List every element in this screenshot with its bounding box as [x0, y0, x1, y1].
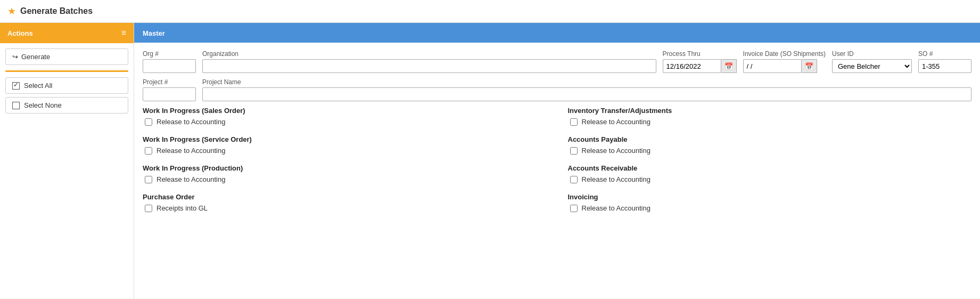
master-title: Master	[143, 29, 165, 37]
select-none-button[interactable]: Select None	[5, 97, 128, 114]
left-sections: Work In Progress (Sales Order) Release t…	[143, 107, 547, 222]
process-thru-date-wrap: 📅	[663, 59, 737, 73]
sections-grid: Work In Progress (Sales Order) Release t…	[143, 107, 971, 222]
wip-sales-release-label: Release to Accounting	[157, 118, 225, 126]
so-num-input[interactable]	[918, 59, 971, 73]
right-sections: Inventory Transfer/Adjustments Release t…	[568, 107, 972, 222]
main-layout: Actions ≡ ↪ Generate Select All Select N…	[0, 23, 980, 298]
invoice-date-wrap: 📅	[743, 59, 826, 73]
inv-transfer-title: Inventory Transfer/Adjustments	[568, 107, 972, 115]
wip-sales-check-row: Release to Accounting	[145, 118, 547, 126]
user-id-group: User ID Gene Belcher User 2 User 3	[832, 50, 912, 73]
wip-production-release-checkbox[interactable]	[145, 176, 152, 183]
wip-service-release-label: Release to Accounting	[157, 147, 225, 155]
actions-label: Actions	[7, 29, 33, 37]
wip-service-title: Work In Progress (Service Order)	[143, 135, 547, 143]
select-all-button[interactable]: Select All	[5, 77, 128, 94]
star-icon: ★	[7, 5, 16, 17]
generate-button[interactable]: ↪ Generate	[5, 49, 128, 65]
inv-transfer-release-checkbox[interactable]	[570, 118, 578, 126]
user-id-select[interactable]: Gene Belcher User 2 User 3	[832, 59, 912, 73]
so-num-group: SO #	[918, 50, 971, 73]
select-none-label: Select None	[24, 101, 62, 109]
select-all-label: Select All	[24, 82, 52, 90]
sidebar-body: ↪ Generate Select All Select None	[0, 43, 134, 119]
invoice-date-calendar-button[interactable]: 📅	[802, 59, 817, 73]
wip-service-release-checkbox[interactable]	[145, 147, 152, 155]
org-num-label: Org #	[143, 50, 196, 58]
invoicing-title: Invoicing	[568, 193, 972, 201]
accounts-receivable-section: Accounts Receivable Release to Accountin…	[568, 164, 972, 183]
wip-production-title: Work In Progress (Production)	[143, 164, 547, 172]
calendar-icon: 📅	[724, 62, 733, 70]
wip-production-release-label: Release to Accounting	[157, 175, 225, 183]
master-body: Org # Organization Process Thru 📅	[134, 43, 980, 229]
project-name-label: Project Name	[202, 78, 971, 86]
wip-sales-title: Work In Progress (Sales Order)	[143, 107, 547, 115]
generate-label: Generate	[21, 53, 50, 61]
process-thru-group: Process Thru 📅	[663, 50, 737, 73]
organization-group: Organization	[202, 50, 656, 73]
so-num-label: SO #	[918, 50, 971, 58]
invoicing-check-row: Release to Accounting	[570, 204, 972, 212]
ap-release-label: Release to Accounting	[582, 147, 650, 155]
invoicing-section: Invoicing Release to Accounting	[568, 193, 972, 212]
page-header: ★ Generate Batches	[0, 0, 980, 23]
generate-arrow-icon: ↪	[12, 53, 18, 61]
wip-service-check-row: Release to Accounting	[145, 147, 547, 155]
inv-transfer-release-label: Release to Accounting	[582, 118, 650, 126]
invoice-date-label: Invoice Date (SO Shipments)	[743, 50, 826, 58]
select-all-checkbox-icon	[12, 82, 20, 90]
form-row-2: Project # Project Name	[143, 78, 971, 101]
accounts-payable-check-row: Release to Accounting	[570, 147, 972, 155]
accounts-payable-section: Accounts Payable Release to Accounting	[568, 135, 972, 155]
invoicing-release-checkbox[interactable]	[570, 205, 578, 212]
form-row-1: Org # Organization Process Thru 📅	[143, 50, 971, 73]
organization-input[interactable]	[202, 59, 656, 73]
org-num-input[interactable]	[143, 59, 196, 73]
invoice-date-input[interactable]	[743, 59, 802, 73]
ar-release-checkbox[interactable]	[570, 176, 578, 183]
wip-production-check-row: Release to Accounting	[145, 175, 547, 183]
calendar-icon-2: 📅	[805, 62, 813, 70]
accounts-payable-title: Accounts Payable	[568, 135, 972, 143]
org-num-group: Org #	[143, 50, 196, 73]
wip-sales-section: Work In Progress (Sales Order) Release t…	[143, 107, 547, 126]
wip-service-section: Work In Progress (Service Order) Release…	[143, 135, 547, 155]
invoice-date-group: Invoice Date (SO Shipments) 📅	[743, 50, 826, 73]
sidebar: Actions ≡ ↪ Generate Select All Select N…	[0, 23, 134, 298]
project-name-input[interactable]	[202, 87, 971, 101]
master-header: Master	[134, 23, 980, 43]
inv-transfer-check-row: Release to Accounting	[570, 118, 972, 126]
project-num-input[interactable]	[143, 87, 196, 101]
organization-label: Organization	[202, 50, 656, 58]
wip-production-section: Work In Progress (Production) Release to…	[143, 164, 547, 183]
purchase-order-check-row: Receipts into GL	[145, 204, 547, 212]
inv-transfer-section: Inventory Transfer/Adjustments Release t…	[568, 107, 972, 126]
process-thru-label: Process Thru	[663, 50, 737, 58]
purchase-order-title: Purchase Order	[143, 193, 547, 201]
sidebar-divider	[5, 70, 128, 72]
po-receipts-label: Receipts into GL	[157, 204, 208, 212]
process-thru-calendar-button[interactable]: 📅	[721, 59, 737, 73]
project-name-group: Project Name	[202, 78, 971, 101]
purchase-order-section: Purchase Order Receipts into GL	[143, 193, 547, 212]
content-area: Master Org # Organization Process Thru	[134, 23, 980, 298]
accounts-receivable-title: Accounts Receivable	[568, 164, 972, 172]
actions-header: Actions ≡	[0, 23, 134, 43]
wip-sales-release-checkbox[interactable]	[145, 118, 152, 126]
page-title: Generate Batches	[20, 6, 93, 16]
user-id-label: User ID	[832, 50, 912, 58]
hamburger-icon[interactable]: ≡	[121, 28, 126, 38]
select-none-checkbox-icon	[12, 102, 20, 109]
project-num-label: Project #	[143, 78, 196, 86]
ar-release-label: Release to Accounting	[582, 175, 650, 183]
po-receipts-checkbox[interactable]	[145, 205, 152, 212]
accounts-receivable-check-row: Release to Accounting	[570, 175, 972, 183]
process-thru-input[interactable]	[663, 59, 721, 73]
ap-release-checkbox[interactable]	[570, 147, 578, 155]
project-num-group: Project #	[143, 78, 196, 101]
invoicing-release-label: Release to Accounting	[582, 204, 650, 212]
